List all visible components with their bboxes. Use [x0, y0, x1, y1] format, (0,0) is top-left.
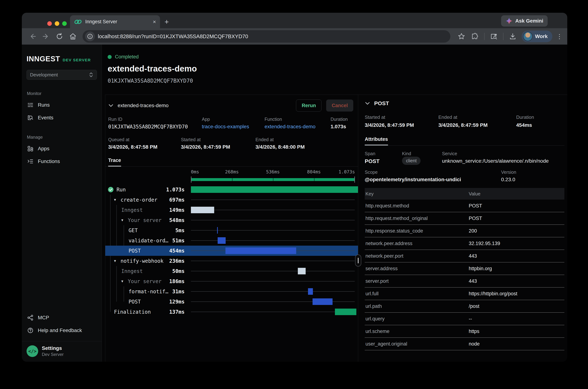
attribute-key: server.port [365, 278, 469, 284]
download-icon[interactable] [507, 30, 519, 42]
cancel-button[interactable]: Cancel [326, 99, 353, 112]
span-track [191, 195, 358, 205]
span-track [191, 246, 358, 256]
attribute-row: url.fullhttps://httpbin.org/post [365, 288, 564, 300]
back-button[interactable] [27, 30, 38, 42]
trace-row-format-notifica-[interactable]: format-notifica…31ms [105, 286, 358, 296]
span-bar[interactable] [313, 298, 332, 305]
span-bar[interactable] [308, 288, 313, 295]
forward-button[interactable] [40, 30, 52, 42]
url-text[interactable]: localhost:8288/run?runID=01KJXTWA35SA8D2… [98, 33, 248, 39]
home-button[interactable] [67, 30, 79, 42]
app-link[interactable]: trace-docs-examples [202, 124, 265, 130]
browser-menu-icon[interactable]: ⋮ [556, 33, 562, 40]
new-tab-button[interactable]: + [165, 18, 169, 26]
tab-attributes[interactable]: Attributes [365, 136, 388, 145]
attributes-table: Key Value http.request.methodPOSThttp.re… [365, 188, 564, 350]
attribute-value: https [469, 329, 479, 334]
span-name: Your server [128, 217, 161, 223]
trace-row-get[interactable]: GET5ms [105, 225, 358, 235]
span-bar[interactable] [335, 309, 356, 315]
span-bar[interactable] [191, 207, 214, 213]
attribute-key: user_agent.original [365, 341, 469, 347]
span-track [191, 276, 358, 286]
span-bar[interactable] [225, 247, 296, 254]
maximize-window-button[interactable] [62, 21, 67, 26]
timeline-minimap[interactable] [191, 176, 355, 183]
span-duration: 149ms [167, 207, 184, 213]
kind-badge: client [402, 157, 420, 165]
run-id-label: Run ID [108, 117, 202, 122]
functions-icon [27, 159, 33, 164]
url-bar[interactable]: localhost:8288/run?runID=01KJXTWA35SA8D2… [83, 30, 450, 43]
panel-resize-handle[interactable] [355, 255, 361, 266]
close-window-button[interactable] [47, 21, 52, 26]
span-ended-value: 3/4/2026, 8:47:59 PM [438, 122, 516, 128]
trace-row-post[interactable]: POST129ms [105, 296, 358, 307]
span-bar[interactable] [191, 186, 358, 193]
kind-label: Kind [402, 151, 442, 156]
queued-label: Queued at [108, 137, 181, 142]
trace-card-title[interactable]: extended-traces-demo [118, 103, 169, 108]
bookmark-star-icon[interactable] [455, 30, 468, 42]
reload-button[interactable] [54, 30, 65, 42]
span-track [191, 307, 358, 317]
trace-row-your-server[interactable]: ▾Your server548ms [105, 215, 358, 225]
trace-row-validate-order[interactable]: validate-order51ms [105, 235, 358, 246]
sidebar-item-apps[interactable]: Apps [22, 142, 102, 155]
environment-select[interactable]: Development [27, 70, 97, 80]
span-name: Inngest [121, 207, 143, 213]
rerun-button[interactable]: Rerun [296, 99, 322, 112]
sidebar-item-runs[interactable]: Runs [22, 99, 102, 111]
attribute-value: POST [469, 216, 482, 221]
attribute-value: 200 [469, 228, 477, 234]
minimap-separator [314, 178, 315, 181]
profile-chip[interactable]: Work [522, 31, 553, 42]
trace-row-create-order[interactable]: ▾create-order697ms [105, 195, 358, 205]
sidebar-item-mcp[interactable]: MCP [22, 311, 102, 324]
search-tabs-icon[interactable] [488, 30, 500, 42]
extensions-icon[interactable] [469, 30, 481, 42]
tab-close-icon[interactable]: × [153, 19, 156, 25]
minimap-cap [354, 176, 355, 183]
ask-gemini-button[interactable]: Ask Gemini [501, 15, 548, 27]
site-info-icon[interactable] [85, 32, 95, 41]
trace-row-notify-webhook[interactable]: ▾notify-webhook236ms [105, 256, 358, 266]
trace-row-post[interactable]: POST454ms [105, 246, 358, 256]
trace-row-run[interactable]: Run1.073s [105, 185, 358, 195]
span-ended-label: Ended at [438, 114, 516, 120]
function-link[interactable]: extended-traces-demo [265, 124, 330, 130]
sidebar-item-functions[interactable]: Functions [22, 155, 102, 168]
trace-row-your-server[interactable]: ▾Your server186ms [105, 276, 358, 286]
window-controls[interactable] [47, 21, 67, 26]
span-info-grid: Span POST Kind client Service unknown_se… [365, 151, 564, 165]
sidebar-item-settings[interactable]: </> Settings Dev Server [22, 341, 102, 362]
tab-trace[interactable]: Trace [108, 158, 121, 166]
trace-row-label: Finalization137ms [105, 307, 191, 317]
attribute-value: 32.192.95.139 [469, 241, 500, 246]
attribute-value: 443 [469, 278, 477, 284]
attribute-row: server.port443 [365, 275, 564, 288]
expand-chevron-icon[interactable]: ▾ [121, 218, 128, 223]
chevron-updown-icon [89, 72, 93, 78]
sidebar-item-help[interactable]: Help and Feedback [22, 324, 102, 337]
collapse-chevron-icon[interactable] [108, 104, 114, 107]
trace-row-inngest[interactable]: Inngest50ms [105, 266, 358, 276]
attribute-value: node [469, 341, 480, 347]
expand-chevron-icon[interactable]: ▾ [114, 259, 120, 263]
span-bar[interactable] [298, 268, 306, 274]
span-bar[interactable] [218, 237, 226, 244]
started-value: 3/4/2026, 8:47:59 PM [181, 144, 256, 150]
trace-row-inngest[interactable]: Inngest149ms [105, 205, 358, 215]
collapse-chevron-icon[interactable] [365, 101, 370, 105]
expand-chevron-icon[interactable]: ▾ [114, 197, 120, 202]
browser-tab[interactable]: Inngest Server × [70, 15, 160, 28]
trace-row-finalization[interactable]: Finalization137ms [105, 307, 358, 317]
sidebar-item-events[interactable]: Events [22, 111, 102, 124]
span-bar[interactable] [217, 227, 218, 234]
expand-chevron-icon[interactable]: ▾ [121, 279, 128, 284]
minimize-window-button[interactable] [55, 21, 59, 26]
started-label: Started at [181, 137, 256, 142]
help-icon [27, 327, 33, 333]
page-run-id: 01KJXTWA35SA8D2MCQF7BXYD70 [108, 77, 567, 84]
